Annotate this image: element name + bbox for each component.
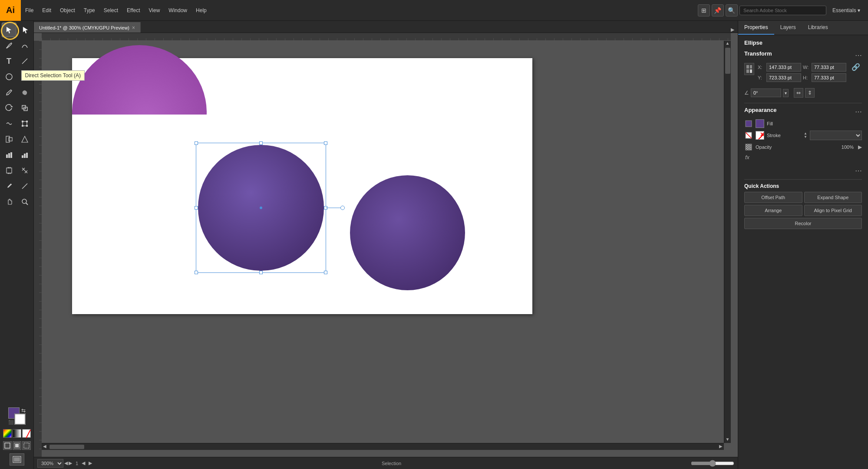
direct-selection-tool-btn[interactable] — [17, 23, 32, 37]
stroke-color-swatch[interactable] — [756, 131, 764, 140]
collapse-panel-btn[interactable]: ▶ — [727, 27, 738, 33]
no-paint-btn[interactable]: ╱ — [22, 429, 31, 438]
hand-tool-btn[interactable] — [2, 194, 17, 209]
handle-mr[interactable] — [324, 206, 327, 210]
selection-tool-btn[interactable] — [2, 23, 17, 37]
rotate-tool-btn[interactable] — [2, 101, 17, 115]
pen-tool-btn[interactable] — [2, 38, 17, 53]
handle-tl[interactable] — [195, 141, 198, 145]
handle-tm[interactable] — [259, 141, 263, 145]
scroll-left-btn[interactable]: ◀ — [42, 444, 48, 450]
slice-tool-btn[interactable] — [17, 163, 32, 178]
stock-search-input[interactable] — [739, 6, 826, 15]
pin-icon[interactable]: 📌 — [712, 4, 724, 16]
scroll-down-btn[interactable]: ▼ — [725, 437, 731, 443]
draw-behind-btn[interactable] — [13, 441, 21, 450]
warp-tool-btn[interactable] — [2, 116, 17, 131]
scroll-up-btn[interactable]: ▲ — [725, 41, 731, 47]
link-wh-icon[interactable]: 🔗 — [850, 63, 862, 71]
line-tool-btn[interactable] — [17, 54, 32, 69]
screen-mode-btn[interactable] — [10, 453, 24, 466]
menu-type[interactable]: Type — [79, 0, 99, 21]
appearance-more-icon[interactable]: ⋯ — [855, 167, 862, 175]
handle-ml[interactable] — [195, 206, 198, 210]
ellipse-1[interactable] — [198, 145, 324, 271]
zoom-select[interactable]: 300% — [37, 459, 63, 468]
offset-path-btn[interactable]: Offset Path — [744, 192, 802, 203]
expand-shape-btn[interactable]: Expand Shape — [804, 192, 862, 203]
eyedropper-btn[interactable] — [2, 179, 17, 194]
menu-help[interactable]: Help — [191, 0, 211, 21]
pencil-tool-btn[interactable] — [2, 85, 17, 100]
free-transform-btn[interactable] — [17, 116, 32, 131]
scroll-thumb-h[interactable] — [50, 445, 84, 449]
gradient-btn[interactable] — [13, 429, 21, 438]
draw-inside-btn[interactable] — [22, 441, 31, 450]
blob-brush-btn[interactable] — [17, 85, 32, 100]
appearance-more-btn[interactable]: ⋯ — [855, 108, 862, 116]
scroll-thumb-v[interactable] — [725, 48, 730, 74]
ellipse-2[interactable] — [350, 175, 465, 290]
canvas-scroll[interactable]: ▲ ▼ ◀ ▶ — [34, 33, 738, 457]
zoom-tool-btn[interactable] — [17, 194, 32, 209]
transform-more-btn[interactable]: ⋯ — [855, 51, 862, 59]
tab-properties[interactable]: Properties — [738, 21, 774, 35]
handle-br[interactable] — [324, 271, 327, 274]
fill-color-swatch[interactable] — [756, 119, 764, 128]
type-tool-btn[interactable]: T — [2, 54, 17, 69]
recolor-btn[interactable]: Recolor — [744, 218, 862, 229]
menu-view[interactable]: View — [145, 0, 165, 21]
nav-next-btn[interactable]: ▶ — [89, 460, 92, 466]
stroke-swatch[interactable] — [14, 413, 26, 425]
menu-select[interactable]: Select — [99, 0, 122, 21]
stroke-down-arrow[interactable]: ▼ — [804, 135, 807, 139]
tab-close-btn[interactable]: × — [132, 25, 135, 31]
document-tab[interactable]: Untitled-1* @ 300% (CMYK/GPU Preview) × — [34, 22, 141, 33]
h-input[interactable] — [812, 73, 846, 82]
angle-input[interactable] — [751, 89, 781, 97]
handle-tr[interactable] — [324, 141, 327, 145]
stroke-dropdown[interactable] — [810, 131, 862, 140]
opacity-expand-btn[interactable]: ▶ — [858, 144, 862, 150]
bar-chart-btn[interactable] — [17, 148, 32, 162]
arrange-btn[interactable]: Arrange — [744, 205, 802, 216]
angle-dropdown[interactable]: ▾ — [783, 89, 789, 97]
measure-tool-btn[interactable] — [17, 179, 32, 194]
zoom-slider[interactable] — [691, 460, 734, 467]
handle-bl[interactable] — [195, 271, 198, 274]
brush-tool-btn[interactable] — [17, 69, 32, 84]
curvature-tool-btn[interactable] — [17, 38, 32, 53]
ellipse-tool-btn[interactable] — [2, 69, 17, 84]
width-handle-circle[interactable] — [340, 206, 345, 210]
menu-edit[interactable]: Edit — [38, 0, 56, 21]
flip-horizontal-btn[interactable]: ⇔ — [794, 88, 803, 98]
zoom-prev-btn[interactable]: ◀ — [64, 460, 68, 466]
nav-prev-btn[interactable]: ◀ — [82, 460, 85, 466]
perspective-grid-btn[interactable] — [17, 132, 32, 147]
artboard-tool-btn[interactable] — [2, 163, 17, 178]
x-input[interactable] — [766, 63, 801, 72]
y-input[interactable] — [766, 73, 801, 82]
swap-fill-stroke-icon[interactable]: ⇆ — [21, 407, 26, 413]
menu-object[interactable]: Object — [56, 0, 79, 21]
scale-tool-btn[interactable] — [17, 101, 32, 115]
scroll-right-btn[interactable]: ▶ — [718, 444, 724, 450]
menu-effect[interactable]: Effect — [122, 0, 144, 21]
zoom-next-btn[interactable]: ▶ — [69, 460, 72, 466]
w-input[interactable] — [812, 63, 846, 72]
arrange-icon[interactable]: ⊞ — [698, 4, 710, 16]
tab-libraries[interactable]: Libraries — [802, 21, 834, 35]
color-mode-btn[interactable] — [3, 429, 12, 438]
workspace-dropdown[interactable]: Essentials ▾ — [828, 0, 865, 21]
search-stock-icon[interactable]: 🔍 — [726, 4, 738, 16]
scrollbar-right[interactable]: ▲ ▼ — [724, 41, 731, 443]
tab-layers[interactable]: Layers — [774, 21, 802, 35]
menu-window[interactable]: Window — [164, 0, 191, 21]
shape-builder-btn[interactable] — [2, 132, 17, 147]
menu-file[interactable]: File — [21, 0, 38, 21]
align-pixel-grid-btn[interactable]: Align to Pixel Grid — [804, 205, 862, 216]
default-colors-icon[interactable]: ⬛ — [8, 420, 13, 425]
flip-vertical-btn[interactable]: ⇕ — [805, 88, 815, 98]
transform-reference-icon[interactable] — [744, 63, 754, 75]
draw-normal-btn[interactable] — [3, 441, 12, 450]
